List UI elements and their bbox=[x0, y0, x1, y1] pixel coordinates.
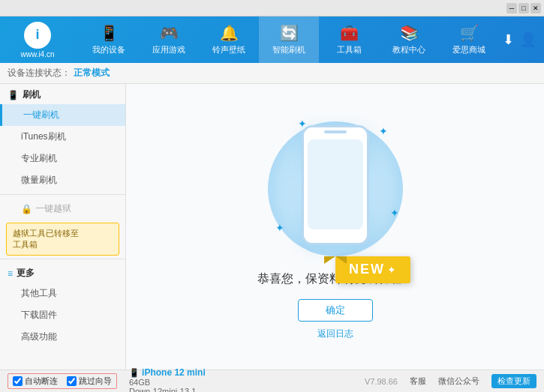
maximize-button[interactable]: □ bbox=[518, 3, 529, 13]
status-label: 设备连接状态： bbox=[8, 67, 71, 79]
sidebar-section-flash: 📱 刷机 bbox=[0, 84, 125, 104]
more-section-label: 更多 bbox=[17, 267, 35, 280]
nav-smart-flash-label: 智能刷机 bbox=[272, 44, 305, 55]
nav-apps-label: 应用游戏 bbox=[152, 44, 185, 55]
account-button[interactable]: 👤 bbox=[520, 31, 536, 48]
nav-apps-icon: 🎮 bbox=[160, 24, 179, 42]
sidebar-divider-2 bbox=[0, 259, 125, 259]
footer-checkbox-group: 自动断连 跳过向导 bbox=[8, 373, 117, 389]
minimize-button[interactable]: ─ bbox=[506, 3, 517, 13]
nav-ringtones-label: 铃声壁纸 bbox=[212, 44, 245, 55]
device-icon: 📱 bbox=[129, 368, 140, 377]
check-update-button[interactable]: 检查更新 bbox=[491, 374, 536, 388]
sparkle-4: ✦ bbox=[390, 207, 399, 219]
sidebar-section-more: ≡ 更多 bbox=[0, 262, 125, 283]
nav-my-device-label: 我的设备 bbox=[92, 44, 125, 55]
nav-toolbox[interactable]: 🧰 工具箱 bbox=[319, 16, 379, 63]
footer-left: 自动断连 跳过向导 📱 iPhone 12 mini 64GB Down-12m… bbox=[8, 367, 365, 393]
ribbon-body: NEW ✦ bbox=[335, 256, 410, 283]
sidebar: 📱 刷机 一键刷机 iTunes刷机 专业刷机 微量刷机 🔒 一键越狱 越狱工具… bbox=[0, 84, 126, 370]
success-illustration: NEW ✦ ✦ ✦ ✦ ✦ bbox=[253, 114, 418, 264]
nav-shop-icon: 🛒 bbox=[460, 24, 479, 42]
nav-apps-games[interactable]: 🎮 应用游戏 bbox=[139, 16, 199, 63]
sidebar-item-advanced[interactable]: 高级功能 bbox=[0, 326, 125, 348]
download-button[interactable]: ⬇ bbox=[503, 31, 514, 48]
sidebar-item-pro-flash[interactable]: 专业刷机 bbox=[0, 148, 125, 169]
logo-url: www.i4.cn bbox=[20, 50, 54, 58]
wechat-link[interactable]: 微信公众号 bbox=[438, 376, 479, 387]
sparkle-3: ✦ bbox=[275, 222, 284, 234]
close-button[interactable]: ✕ bbox=[530, 3, 541, 13]
nav-shop[interactable]: 🛒 爱思商城 bbox=[439, 16, 499, 63]
nav-bar: 📱 我的设备 🎮 应用游戏 🔔 铃声壁纸 🔄 智能刷机 🧰 工具箱 📚 教程中心… bbox=[75, 16, 503, 63]
nav-smart-flash-icon: 🔄 bbox=[280, 24, 299, 42]
skip-wizard-checkbox[interactable] bbox=[67, 376, 77, 386]
nav-tutorials[interactable]: 📚 教程中心 bbox=[379, 16, 439, 63]
sidebar-item-other-tools[interactable]: 其他工具 bbox=[0, 283, 125, 304]
main-layout: 📱 刷机 一键刷机 iTunes刷机 专业刷机 微量刷机 🔒 一键越狱 越狱工具… bbox=[0, 84, 544, 370]
sidebar-item-one-click-flash[interactable]: 一键刷机 bbox=[0, 104, 125, 126]
nav-my-device-icon: 📱 bbox=[100, 24, 119, 42]
footer-right: V7.98.66 客服 微信公众号 检查更新 bbox=[365, 374, 536, 388]
status-bar: 设备连接状态： 正常模式 bbox=[0, 63, 544, 84]
footer: 自动断连 跳过向导 📱 iPhone 12 mini 64GB Down-12m… bbox=[0, 370, 544, 392]
retry-link[interactable]: 返回日志 bbox=[317, 328, 353, 340]
content-area: NEW ✦ ✦ ✦ ✦ ✦ 恭喜您，保资料刷机成功啦！ 确定 返回日志 bbox=[126, 84, 544, 370]
sidebar-item-itunes-flash[interactable]: iTunes刷机 bbox=[0, 126, 125, 148]
auto-disconnect-checkbox[interactable] bbox=[13, 376, 23, 386]
skip-wizard-label: 跳过向导 bbox=[79, 376, 112, 387]
ribbon-text: NEW bbox=[349, 262, 385, 277]
sidebar-item-download-firmware[interactable]: 下载固件 bbox=[0, 304, 125, 326]
ribbon-tail-left bbox=[335, 256, 347, 264]
auto-disconnect-label: 自动断连 bbox=[25, 376, 58, 387]
logo-icon: i bbox=[24, 22, 51, 49]
title-bar: ─ □ ✕ bbox=[0, 0, 544, 16]
sparkle-2: ✦ bbox=[379, 125, 388, 137]
header: i www.i4.cn 📱 我的设备 🎮 应用游戏 🔔 铃声壁纸 🔄 智能刷机 … bbox=[0, 16, 544, 63]
more-section-icon: ≡ bbox=[8, 268, 13, 279]
flash-section-label: 刷机 bbox=[23, 88, 41, 101]
sidebar-item-jailbreak-locked: 🔒 一键越狱 bbox=[0, 198, 125, 220]
nav-smart-flash[interactable]: 🔄 智能刷机 bbox=[259, 16, 319, 63]
device-info: 📱 iPhone 12 mini 64GB Down-12mini-13,1 bbox=[129, 367, 206, 393]
logo-area: i www.i4.cn bbox=[0, 16, 75, 63]
device-storage: 64GB bbox=[129, 378, 150, 387]
confirm-button[interactable]: 确定 bbox=[298, 299, 373, 322]
sidebar-divider-1 bbox=[0, 194, 125, 195]
jailbreak-note: 越狱工具已转移至工具箱 bbox=[6, 223, 119, 256]
flash-section-icon: 📱 bbox=[8, 90, 19, 100]
nav-toolbox-label: 工具箱 bbox=[337, 44, 362, 55]
version-label: V7.98.66 bbox=[365, 377, 398, 386]
nav-my-device[interactable]: 📱 我的设备 bbox=[79, 16, 139, 63]
nav-ringtones-icon: 🔔 bbox=[220, 24, 239, 42]
jailbreak-label: 一键越狱 bbox=[35, 202, 71, 215]
phone-screen bbox=[308, 139, 363, 229]
phone-notch bbox=[324, 130, 347, 133]
nav-shop-label: 爱思商城 bbox=[452, 44, 485, 55]
service-link[interactable]: 客服 bbox=[410, 376, 426, 387]
device-name: iPhone 12 mini bbox=[142, 367, 206, 378]
ribbon-tail-right bbox=[324, 256, 335, 264]
status-value: 正常模式 bbox=[74, 67, 110, 79]
lock-icon: 🔒 bbox=[21, 204, 32, 214]
checkbox-auto-disconnect[interactable]: 自动断连 bbox=[13, 376, 58, 387]
nav-toolbox-icon: 🧰 bbox=[340, 24, 359, 42]
checkbox-skip-wizard[interactable]: 跳过向导 bbox=[67, 376, 112, 387]
nav-tutorials-label: 教程中心 bbox=[392, 44, 425, 55]
sidebar-item-micro-flash[interactable]: 微量刷机 bbox=[0, 169, 125, 191]
nav-right: ⬇ 👤 bbox=[503, 31, 544, 48]
nav-tutorials-icon: 📚 bbox=[400, 24, 419, 42]
nav-ringtones[interactable]: 🔔 铃声壁纸 bbox=[199, 16, 259, 63]
device-model: Down-12mini-13,1 bbox=[129, 387, 196, 393]
